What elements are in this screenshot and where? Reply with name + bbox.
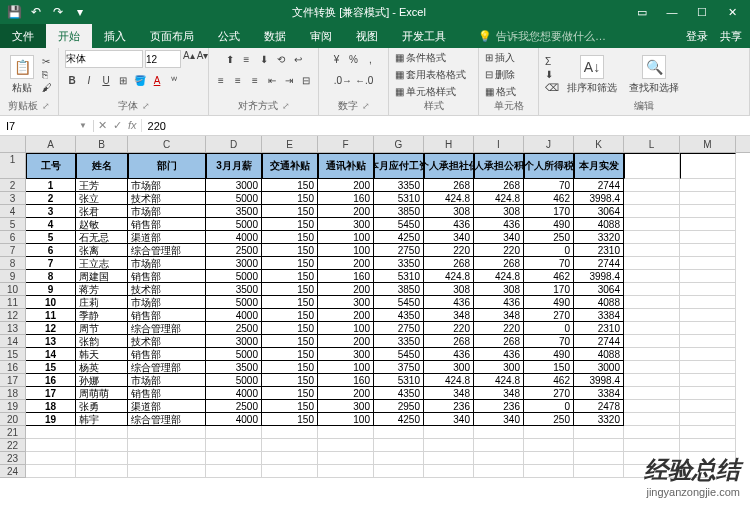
row-header[interactable]: 1 bbox=[0, 153, 26, 179]
merge-center-icon[interactable]: ⊟ bbox=[299, 75, 313, 86]
column-header-B[interactable]: B bbox=[76, 136, 128, 152]
data-cell[interactable] bbox=[624, 335, 680, 348]
data-cell[interactable] bbox=[624, 231, 680, 244]
data-cell[interactable]: 3500 bbox=[206, 205, 262, 218]
data-cell[interactable]: 462 bbox=[524, 374, 574, 387]
data-cell[interactable]: 5000 bbox=[206, 374, 262, 387]
data-cell[interactable]: 268 bbox=[474, 179, 524, 192]
save-icon[interactable]: 💾 bbox=[4, 2, 24, 22]
data-cell[interactable]: 市场部 bbox=[128, 205, 206, 218]
fill-color-button[interactable]: 🪣 bbox=[133, 75, 147, 86]
data-cell[interactable]: 技术部 bbox=[128, 335, 206, 348]
data-cell[interactable]: 销售部 bbox=[128, 270, 206, 283]
empty-cell[interactable] bbox=[26, 452, 76, 465]
data-cell[interactable]: 10 bbox=[26, 296, 76, 309]
empty-cell[interactable] bbox=[128, 452, 206, 465]
data-cell[interactable]: 5450 bbox=[374, 218, 424, 231]
data-cell[interactable]: 436 bbox=[424, 296, 474, 309]
empty-cell[interactable] bbox=[424, 439, 474, 452]
data-cell[interactable]: 技术部 bbox=[128, 192, 206, 205]
row-header[interactable]: 20 bbox=[0, 413, 26, 426]
row-header[interactable]: 5 bbox=[0, 218, 26, 231]
data-cell[interactable]: 16 bbox=[26, 374, 76, 387]
data-cell[interactable]: 4088 bbox=[574, 218, 624, 231]
data-cell[interactable]: 市场部 bbox=[128, 374, 206, 387]
data-cell[interactable]: 王芳 bbox=[76, 179, 128, 192]
data-cell[interactable]: 424.8 bbox=[474, 192, 524, 205]
data-cell[interactable] bbox=[624, 192, 680, 205]
data-cell[interactable]: 300 bbox=[318, 218, 374, 231]
minimize-icon[interactable]: — bbox=[658, 6, 686, 19]
empty-cell[interactable] bbox=[474, 452, 524, 465]
data-cell[interactable]: 150 bbox=[262, 335, 318, 348]
tab-review[interactable]: 审阅 bbox=[298, 24, 344, 48]
cancel-formula-icon[interactable]: ✕ bbox=[98, 119, 107, 132]
empty-cell[interactable] bbox=[128, 465, 206, 478]
header-cell[interactable] bbox=[624, 153, 680, 179]
data-cell[interactable] bbox=[624, 244, 680, 257]
copy-icon[interactable]: ⎘ bbox=[42, 69, 52, 80]
empty-cell[interactable] bbox=[624, 465, 680, 478]
data-cell[interactable]: 100 bbox=[318, 413, 374, 426]
wrap-text-icon[interactable]: ↩ bbox=[291, 54, 305, 65]
data-cell[interactable]: 7 bbox=[26, 257, 76, 270]
data-cell[interactable]: 70 bbox=[524, 335, 574, 348]
data-cell[interactable]: 杨英 bbox=[76, 361, 128, 374]
undo-icon[interactable]: ↶ bbox=[26, 2, 46, 22]
column-header-E[interactable]: E bbox=[262, 136, 318, 152]
data-cell[interactable]: 220 bbox=[424, 322, 474, 335]
data-cell[interactable]: 150 bbox=[262, 218, 318, 231]
column-header-C[interactable]: C bbox=[128, 136, 206, 152]
alignment-launcher[interactable]: ⤢ bbox=[282, 101, 290, 111]
data-cell[interactable]: 100 bbox=[318, 244, 374, 257]
data-cell[interactable]: 340 bbox=[474, 413, 524, 426]
data-cell[interactable]: 200 bbox=[318, 335, 374, 348]
column-header-K[interactable]: K bbox=[574, 136, 624, 152]
row-header[interactable]: 10 bbox=[0, 283, 26, 296]
data-cell[interactable]: 200 bbox=[318, 257, 374, 270]
conditional-format-button[interactable]: ▦条件格式 bbox=[395, 50, 466, 65]
find-select-button[interactable]: 🔍 查找和选择 bbox=[625, 53, 683, 97]
data-cell[interactable]: 蒋芳 bbox=[76, 283, 128, 296]
data-cell[interactable]: 490 bbox=[524, 218, 574, 231]
data-cell[interactable]: 250 bbox=[524, 231, 574, 244]
data-cell[interactable]: 张离 bbox=[76, 244, 128, 257]
data-cell[interactable]: 270 bbox=[524, 387, 574, 400]
row-header[interactable]: 14 bbox=[0, 335, 26, 348]
header-cell[interactable]: 3月月薪 bbox=[206, 153, 262, 179]
column-header-H[interactable]: H bbox=[424, 136, 474, 152]
data-cell[interactable]: 3000 bbox=[206, 257, 262, 270]
data-cell[interactable]: 5000 bbox=[206, 192, 262, 205]
row-header[interactable]: 23 bbox=[0, 452, 26, 465]
data-cell[interactable]: 6 bbox=[26, 244, 76, 257]
data-cell[interactable]: 3350 bbox=[374, 335, 424, 348]
data-cell[interactable]: 170 bbox=[524, 283, 574, 296]
data-cell[interactable] bbox=[680, 244, 736, 257]
align-middle-icon[interactable]: ≡ bbox=[240, 54, 254, 65]
enter-formula-icon[interactable]: ✓ bbox=[113, 119, 122, 132]
data-cell[interactable]: 150 bbox=[262, 283, 318, 296]
data-cell[interactable]: 4350 bbox=[374, 309, 424, 322]
data-cell[interactable]: 15 bbox=[26, 361, 76, 374]
data-cell[interactable]: 5310 bbox=[374, 374, 424, 387]
data-cell[interactable] bbox=[624, 400, 680, 413]
data-cell[interactable]: 3350 bbox=[374, 179, 424, 192]
empty-cell[interactable] bbox=[474, 439, 524, 452]
data-cell[interactable]: 70 bbox=[524, 179, 574, 192]
font-color-button[interactable]: A bbox=[150, 75, 164, 86]
redo-icon[interactable]: ↷ bbox=[48, 2, 68, 22]
empty-cell[interactable] bbox=[524, 452, 574, 465]
data-cell[interactable] bbox=[624, 374, 680, 387]
empty-cell[interactable] bbox=[318, 465, 374, 478]
decrease-decimal-icon[interactable]: ←.0 bbox=[355, 75, 373, 86]
data-cell[interactable] bbox=[680, 322, 736, 335]
autosum-icon[interactable]: Σ bbox=[545, 56, 559, 67]
data-cell[interactable]: 300 bbox=[424, 361, 474, 374]
data-cell[interactable]: 3384 bbox=[574, 387, 624, 400]
empty-cell[interactable] bbox=[262, 426, 318, 439]
data-cell[interactable]: 160 bbox=[318, 374, 374, 387]
data-cell[interactable]: 150 bbox=[262, 179, 318, 192]
data-cell[interactable]: 300 bbox=[474, 361, 524, 374]
row-header[interactable]: 12 bbox=[0, 309, 26, 322]
data-cell[interactable]: 340 bbox=[474, 231, 524, 244]
